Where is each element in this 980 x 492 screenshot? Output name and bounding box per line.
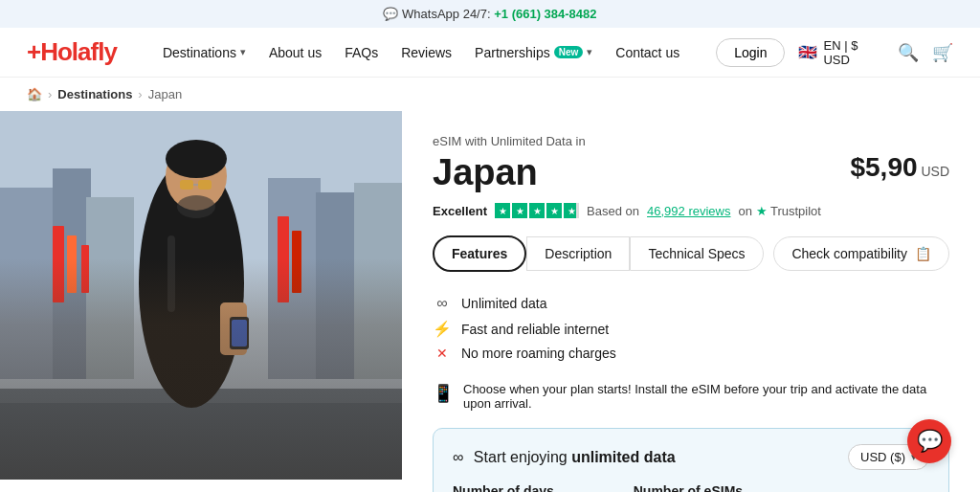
svg-point-16 xyxy=(166,140,227,178)
feature-text-2: Fast and reliable internet xyxy=(461,322,609,337)
photo-svg xyxy=(0,111,402,480)
home-icon[interactable]: 🏠 xyxy=(27,87,42,101)
svg-point-24 xyxy=(177,195,215,218)
feature-text-1: Unlimited data xyxy=(461,296,547,311)
login-button[interactable]: Login xyxy=(716,38,785,67)
rating-label: Excellent xyxy=(433,204,487,218)
chat-icon: 💬 xyxy=(917,429,943,454)
svg-rect-18 xyxy=(198,180,212,190)
info-note-text: Choose when your plan starts! Install th… xyxy=(463,382,949,411)
info-note: 📱 Choose when your plan starts! Install … xyxy=(433,382,949,411)
tab-technical-specs[interactable]: Technical Specs xyxy=(630,236,763,271)
flag-icon: 🇬🇧 xyxy=(798,43,817,61)
plan-icon: 📱 xyxy=(433,383,454,404)
product-title-row: Japan $5,90 USD xyxy=(433,152,949,193)
product-info: eSIM with Unlimited Data in Japan $5,90 … xyxy=(402,111,980,492)
price-currency: USD xyxy=(921,164,949,179)
start-title-prefix: Start enjoying xyxy=(474,449,568,465)
rating-row: Excellent ★ ★ ★ ★ ★ Based on 46,992 revi… xyxy=(433,203,949,218)
cart-icon[interactable]: 🛒 xyxy=(932,42,953,63)
rating-link[interactable]: 46,992 reviews xyxy=(647,204,730,218)
product-title: Japan xyxy=(433,152,538,193)
svg-rect-7 xyxy=(0,398,402,480)
whatsapp-icon: 💬 xyxy=(383,7,398,21)
star-3: ★ xyxy=(529,203,545,218)
esims-col-title: Number of eSIMs xyxy=(634,483,743,492)
nav-destinations[interactable]: Destinations ▾ xyxy=(153,39,256,66)
svg-rect-4 xyxy=(268,178,321,379)
infinity-small-icon: ∞ xyxy=(453,449,463,465)
language-label: EN | $ USD xyxy=(823,38,884,67)
start-box-cols: Number of days More days, lower daily pr… xyxy=(453,483,929,492)
star-1: ★ xyxy=(495,203,510,218)
start-title: ∞ Start enjoying unlimited data xyxy=(453,449,676,466)
breadcrumb-current: Japan xyxy=(148,87,182,101)
nav-partnerships[interactable]: Partnerships New ▾ xyxy=(465,39,602,66)
nav-reviews[interactable]: Reviews xyxy=(391,39,461,66)
svg-rect-11 xyxy=(81,245,89,293)
star-4: ★ xyxy=(546,203,562,218)
svg-rect-8 xyxy=(0,389,402,403)
logo[interactable]: +Holafly xyxy=(27,37,117,67)
product-price: $5,90 xyxy=(850,152,917,182)
whatsapp-label: WhatsApp 24/7: xyxy=(402,7,491,21)
cross-icon: ✕ xyxy=(433,346,452,361)
svg-rect-6 xyxy=(354,183,402,379)
main-nav: Destinations ▾ About us FAQs Reviews Par… xyxy=(153,39,689,66)
trustpilot-star: ★ xyxy=(756,204,768,218)
tab-description[interactable]: Description xyxy=(526,236,630,271)
feature-text-3: No more roaming charges xyxy=(461,346,616,361)
breadcrumb-destinations[interactable]: Destinations xyxy=(57,87,132,101)
svg-rect-22 xyxy=(232,320,247,347)
header-right: Login 🇬🇧 EN | $ USD 🔍 🛒 xyxy=(716,38,953,67)
days-column: Number of days More days, lower daily pr… xyxy=(453,483,595,492)
chat-button[interactable]: 💬 xyxy=(907,419,951,463)
currency-label: USD ($) xyxy=(860,450,905,464)
start-box-header: ∞ Start enjoying unlimited data USD ($) … xyxy=(453,444,929,470)
check-compatibility-button[interactable]: Check compatibility 📋 xyxy=(773,236,949,271)
esim-label: eSIM with Unlimited Data in xyxy=(433,134,949,148)
clipboard-icon: 📋 xyxy=(915,246,931,261)
language-selector[interactable]: 🇬🇧 EN | $ USD xyxy=(798,38,884,67)
feature-fast-internet: ⚡ Fast and reliable internet xyxy=(433,316,949,342)
chevron-down-icon: ▾ xyxy=(587,46,592,58)
svg-rect-12 xyxy=(278,216,289,302)
star-5: ★ xyxy=(564,203,579,218)
breadcrumb-sep-2: › xyxy=(138,87,142,101)
svg-rect-5 xyxy=(316,192,359,379)
svg-rect-13 xyxy=(292,231,301,293)
svg-rect-23 xyxy=(167,235,175,312)
breadcrumb-sep: › xyxy=(48,87,52,101)
chevron-down-icon: ▾ xyxy=(240,46,246,58)
search-icon[interactable]: 🔍 xyxy=(898,42,919,63)
top-bar: 💬 WhatsApp 24/7: +1 (661) 384-8482 xyxy=(0,0,980,28)
nav-faqs[interactable]: FAQs xyxy=(335,39,388,66)
product-price-block: $5,90 USD xyxy=(850,152,949,183)
svg-rect-17 xyxy=(180,180,193,190)
svg-rect-2 xyxy=(53,168,91,379)
nav-about[interactable]: About us xyxy=(259,39,331,66)
features-list: ∞ Unlimited data ⚡ Fast and reliable int… xyxy=(433,291,949,365)
nav-contact[interactable]: Contact us xyxy=(606,39,689,66)
whatsapp-number[interactable]: +1 (661) 384-8482 xyxy=(494,7,596,21)
star-2: ★ xyxy=(512,203,527,218)
days-col-title: Number of days xyxy=(453,483,595,492)
svg-rect-3 xyxy=(86,197,134,379)
svg-rect-9 xyxy=(53,226,64,302)
main-content: eSIM with Unlimited Data in Japan $5,90 … xyxy=(0,111,980,492)
tabs-row: Features Description Technical Specs Che… xyxy=(433,235,949,272)
lightning-icon: ⚡ xyxy=(433,320,452,338)
infinity-icon: ∞ xyxy=(433,295,452,312)
feature-unlimited-data: ∞ Unlimited data xyxy=(433,291,949,316)
product-image xyxy=(0,111,402,480)
header: +Holafly Destinations ▾ About us FAQs Re… xyxy=(0,28,980,78)
svg-rect-10 xyxy=(67,235,77,293)
feature-no-roaming: ✕ No more roaming charges xyxy=(433,342,949,365)
breadcrumb: 🏠 › Destinations › Japan xyxy=(0,78,980,111)
tab-features[interactable]: Features xyxy=(433,235,526,272)
new-badge: New xyxy=(554,46,584,58)
trustpilot-label: on ★ Trustpilot xyxy=(738,204,820,218)
start-title-bold: unlimited data xyxy=(571,449,675,465)
start-box: ∞ Start enjoying unlimited data USD ($) … xyxy=(433,428,949,492)
svg-rect-21 xyxy=(230,317,249,349)
